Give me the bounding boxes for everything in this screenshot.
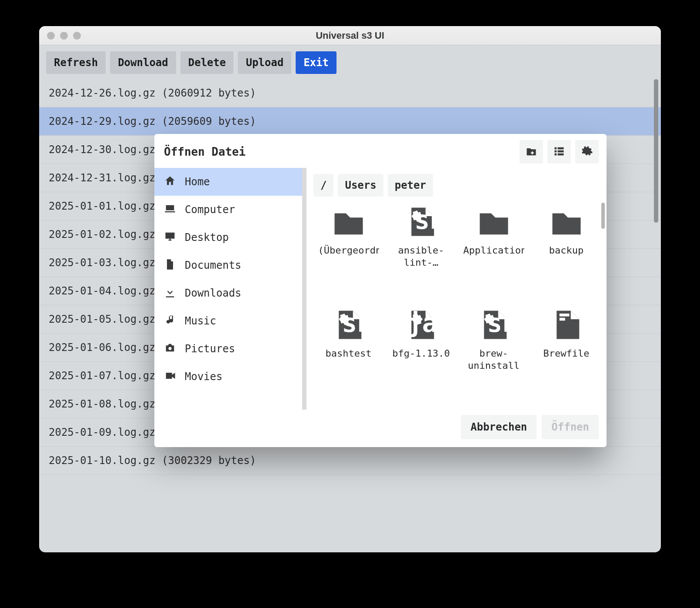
- breadcrumb-segment[interactable]: /: [313, 174, 333, 197]
- grid-item-label: Applications: [463, 244, 524, 257]
- grid-item-label: ansible-lint-…: [391, 244, 452, 268]
- dialog-title: Öffnen Datei: [164, 146, 515, 157]
- sidebar-item-home[interactable]: Home: [154, 168, 302, 196]
- file-row[interactable]: 2024-12-26.log.gz (2060912 bytes): [39, 79, 661, 107]
- home-icon: [164, 175, 176, 189]
- sh-icon: .sh: [403, 204, 440, 240]
- sidebar-item-desktop[interactable]: Desktop: [154, 224, 302, 251]
- sidebar-item-label: Downloads: [185, 288, 241, 298]
- sidebar-item-music[interactable]: Music: [154, 307, 302, 335]
- sidebar-item-label: Home: [185, 177, 210, 187]
- list-view-button[interactable]: [547, 140, 571, 164]
- new-folder-button[interactable]: [520, 140, 543, 164]
- grid-item-label: bfg-1.13.0: [392, 347, 450, 360]
- list-view-icon: [553, 145, 565, 159]
- sidebar-item-label: Music: [185, 316, 216, 326]
- folder-icon: [476, 204, 512, 240]
- sidebar-item-downloads[interactable]: Downloads: [154, 279, 302, 307]
- download-button[interactable]: Download: [110, 51, 176, 74]
- music-icon: [164, 314, 176, 328]
- file-row[interactable]: 2025-01-10.log.gz (3002329 bytes): [39, 447, 661, 475]
- folder-plus-icon: [525, 145, 537, 159]
- refresh-button[interactable]: Refresh: [46, 51, 106, 74]
- doc-icon: [164, 258, 176, 272]
- file-row[interactable]: 2024-12-29.log.gz (2059609 bytes): [39, 107, 661, 136]
- grid-item[interactable]: .shbashtest: [316, 307, 381, 402]
- dialog-body: HomeComputerDesktopDocumentsDownloadsMus…: [154, 168, 607, 410]
- sidebar-item-label: Movies: [185, 371, 223, 382]
- folder-icon: [330, 204, 367, 240]
- grid-item[interactable]: .jarbfg-1.13.0: [389, 307, 453, 402]
- grid-item[interactable]: backup: [534, 204, 599, 299]
- jar-icon: .jar: [403, 307, 440, 343]
- exit-button[interactable]: Exit: [296, 51, 337, 74]
- sh-icon: .sh: [476, 307, 512, 343]
- svg-text:.jar: .jar: [404, 308, 438, 338]
- sidebar-item-documents[interactable]: Documents: [154, 251, 302, 279]
- grid-item-label: brew-uninstall: [463, 347, 524, 371]
- dialog-header: Öffnen Datei: [154, 134, 607, 168]
- file-icon: [548, 307, 585, 343]
- sidebar-item-movies[interactable]: Movies: [154, 363, 302, 391]
- open-button[interactable]: Öffnen: [542, 415, 599, 439]
- folder-icon: [548, 204, 585, 240]
- breadcrumbs: /Userspeter: [307, 168, 607, 201]
- window-title: Universal s3 UI: [39, 30, 661, 41]
- grid-item[interactable]: .shansible-lint-…: [389, 204, 453, 299]
- dialog-footer: Abbrechen Öffnen: [154, 410, 607, 447]
- grid-item-label: bashtest: [326, 347, 372, 360]
- sidebar-item-label: Pictures: [185, 344, 235, 354]
- grid-item[interactable]: (Übergeordnet…: [316, 204, 381, 299]
- laptop-icon: [164, 203, 176, 217]
- svg-text:.sh: .sh: [404, 205, 438, 235]
- grid-item[interactable]: Applications: [461, 204, 526, 299]
- grid-item-label: backup: [549, 244, 583, 257]
- file-list-scrollbar[interactable]: [654, 79, 658, 223]
- svg-text:.sh: .sh: [332, 308, 366, 338]
- sidebar-item-label: Documents: [185, 260, 241, 271]
- grid-item-label: Brewfile: [543, 347, 590, 360]
- grid-scrollbar[interactable]: [601, 203, 605, 229]
- sidebar-scrollbar[interactable]: [302, 168, 307, 410]
- grid-item-label: (Übergeordnet…: [318, 244, 379, 257]
- app-window: Universal s3 UI Refresh Download Delete …: [39, 26, 661, 552]
- upload-button[interactable]: Upload: [238, 51, 291, 74]
- grid-item[interactable]: .shbrew-uninstall: [461, 307, 526, 402]
- dialog-sidebar: HomeComputerDesktopDocumentsDownloadsMus…: [154, 168, 307, 410]
- video-icon: [164, 370, 176, 384]
- gear-icon: [581, 145, 593, 159]
- download-icon: [164, 286, 176, 300]
- toolbar: Refresh Download Delete Upload Exit: [39, 45, 661, 79]
- sidebar-item-label: Computer: [185, 204, 235, 215]
- svg-text:.sh: .sh: [477, 308, 511, 338]
- delete-button[interactable]: Delete: [180, 51, 234, 74]
- dialog-browser: /Userspeter (Übergeordnet….shansible-lin…: [307, 168, 607, 410]
- cancel-button[interactable]: Abbrechen: [461, 415, 537, 439]
- sh-icon: .sh: [330, 307, 367, 343]
- titlebar: Universal s3 UI: [39, 26, 661, 45]
- sidebar-item-computer[interactable]: Computer: [154, 196, 302, 224]
- sidebar-item-pictures[interactable]: Pictures: [154, 335, 302, 363]
- breadcrumb-segment[interactable]: Users: [338, 174, 383, 197]
- grid-item[interactable]: Brewfile: [534, 307, 599, 402]
- settings-button[interactable]: [575, 140, 599, 164]
- open-file-dialog: Öffnen Datei HomeComputerDesktopDocument…: [154, 134, 607, 447]
- monitor-icon: [164, 231, 176, 244]
- camera-icon: [164, 342, 176, 356]
- breadcrumb-segment[interactable]: peter: [388, 174, 433, 197]
- sidebar-item-label: Desktop: [185, 232, 229, 243]
- file-grid: (Übergeordnet….shansible-lint-…Applicati…: [307, 201, 607, 410]
